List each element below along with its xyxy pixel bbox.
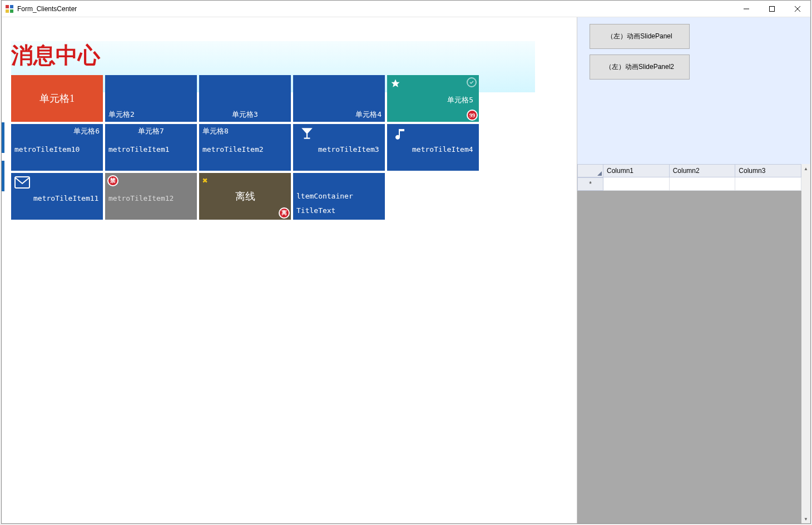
side-panel: （左）动画SlidePanel （左）动画SlidePanel2 Column1… bbox=[577, 17, 810, 523]
tile-label: 单元格6 bbox=[73, 126, 100, 136]
scroll-up-icon[interactable]: ▲ bbox=[801, 164, 810, 173]
tile-line1: ltemContainer bbox=[296, 192, 353, 200]
slidepanel-left-button[interactable]: （左）动画SlidePanel bbox=[590, 24, 690, 49]
check-circle-icon bbox=[467, 77, 477, 87]
svg-marker-8 bbox=[392, 80, 400, 87]
tile-cell-container[interactable]: ltemContainer TitleText bbox=[293, 173, 385, 220]
tile-cell-offline[interactable]: ✖ 离线 离 bbox=[199, 173, 291, 220]
datagrid-corner[interactable] bbox=[577, 164, 603, 177]
maximize-button[interactable] bbox=[759, 1, 785, 17]
slidepanel-left2-button[interactable]: （左）动画SlidePanel2 bbox=[590, 55, 690, 80]
tile-label: 单元格5 bbox=[447, 95, 473, 105]
window-frame: Form_ClientsCenter 消息中心 bbox=[1, 0, 811, 524]
tile-sublabel: metroTileItem10 bbox=[14, 145, 80, 153]
svg-rect-9 bbox=[15, 177, 29, 188]
tile-label: 单元格1 bbox=[39, 92, 75, 105]
tile-label: metroTileItem11 bbox=[33, 194, 98, 202]
side-button-group: （左）动画SlidePanel （左）动画SlidePanel2 bbox=[577, 17, 810, 92]
tile-label: 单元格4 bbox=[355, 110, 382, 120]
tile-cell1[interactable]: 单元格1 bbox=[11, 75, 103, 122]
datagrid-new-row[interactable]: * bbox=[577, 177, 801, 191]
tile-label: 单元格7 bbox=[138, 126, 164, 136]
svg-rect-3 bbox=[10, 9, 13, 13]
minimize-button[interactable] bbox=[734, 1, 759, 17]
datagrid-header-row: Column1 Column2 Column3 bbox=[577, 164, 801, 177]
datagrid[interactable]: Column1 Column2 Column3 * bbox=[577, 164, 801, 191]
main-panel: 消息中心 单元格1 单元格2 单元格3 单元格4 bbox=[2, 17, 577, 523]
svg-rect-0 bbox=[6, 5, 9, 8]
tile-cell6[interactable]: 单元格6 metroTileItem10 bbox=[11, 124, 103, 171]
app-icon bbox=[5, 4, 14, 13]
close-button[interactable] bbox=[785, 1, 810, 17]
tile-sublabel: metroTileItem2 bbox=[202, 145, 264, 153]
star-icon bbox=[390, 78, 400, 90]
left-edge-hint-2 bbox=[2, 161, 4, 191]
glass-icon bbox=[300, 126, 314, 142]
scroll-down-icon[interactable]: ▼ bbox=[801, 514, 810, 523]
metro-tile-panel: 消息中心 单元格1 单元格2 单元格3 单元格4 bbox=[11, 41, 535, 225]
side-spacer bbox=[577, 92, 810, 164]
tile-sublabel: metroTileItem1 bbox=[108, 145, 170, 153]
tile-cell8[interactable]: 单元格8 metroTileItem2 bbox=[199, 124, 291, 171]
datagrid-area: Column1 Column2 Column3 * ▲ bbox=[577, 164, 810, 523]
cell[interactable] bbox=[735, 177, 801, 191]
tile-cell2[interactable]: 单元格2 bbox=[105, 75, 197, 122]
x-icon: ✖ bbox=[202, 175, 208, 186]
cell[interactable] bbox=[670, 177, 736, 191]
tile-label: metroTileItem3 bbox=[318, 145, 379, 153]
badge-forbidden: 禁 bbox=[107, 175, 118, 186]
window-title: Form_ClientsCenter bbox=[17, 5, 734, 13]
row-header-new[interactable]: * bbox=[577, 177, 603, 191]
tile-cell4[interactable]: 单元格4 bbox=[293, 75, 385, 122]
column-header-1[interactable]: Column1 bbox=[603, 164, 670, 177]
cell[interactable] bbox=[603, 177, 670, 191]
svg-rect-1 bbox=[10, 5, 13, 8]
vertical-scrollbar[interactable]: ▲ ▼ bbox=[801, 164, 810, 523]
tile-line2: TitleText bbox=[296, 206, 335, 215]
tile-label: 单元格8 bbox=[202, 126, 229, 136]
page-title: 消息中心 bbox=[11, 40, 100, 71]
titlebar: Form_ClientsCenter bbox=[2, 1, 810, 17]
tile-cell5[interactable]: 单元格5 99 bbox=[387, 75, 479, 122]
music-icon bbox=[394, 127, 407, 142]
tile-cell7[interactable]: 单元格7 metroTileItem1 bbox=[105, 124, 197, 171]
column-header-2[interactable]: Column2 bbox=[670, 164, 736, 177]
tile-cell-music[interactable]: metroTileItem4 bbox=[387, 124, 479, 171]
tile-cell-disabled[interactable]: 禁 metroTileItem12 bbox=[105, 173, 197, 220]
tile-label: 单元格3 bbox=[232, 110, 258, 120]
tile-cell3[interactable]: 单元格3 bbox=[199, 75, 291, 122]
svg-rect-2 bbox=[6, 9, 9, 13]
column-header-3[interactable]: Column3 bbox=[735, 164, 801, 177]
left-edge-hint-1 bbox=[2, 122, 4, 153]
tile-label: metroTileItem12 bbox=[108, 194, 174, 202]
tile-cell-martini[interactable]: metroTileItem3 bbox=[293, 124, 385, 171]
badge-count: 99 bbox=[467, 110, 478, 121]
tile-cell-mail[interactable]: metroTileItem11 bbox=[11, 173, 103, 220]
tile-label: metroTileItem4 bbox=[412, 145, 473, 153]
tile-title: 离线 bbox=[199, 190, 291, 203]
badge-offline: 离 bbox=[279, 207, 290, 219]
svg-rect-5 bbox=[770, 6, 775, 11]
envelope-icon bbox=[14, 176, 30, 190]
tile-label: 单元格2 bbox=[108, 110, 135, 120]
